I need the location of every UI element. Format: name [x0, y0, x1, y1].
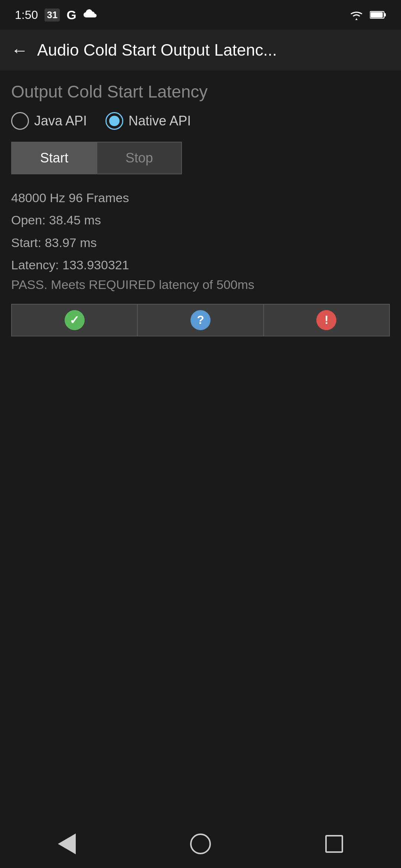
battery-icon [370, 10, 386, 20]
status-right [349, 9, 386, 20]
buttons-row: Start Stop [11, 142, 390, 174]
info-icon-button[interactable]: ? [138, 304, 264, 336]
wifi-icon [349, 9, 364, 20]
calendar-icon: 31 [45, 9, 60, 22]
radio-java-outer [11, 112, 29, 130]
nav-recent-button[interactable] [319, 829, 349, 859]
back-button[interactable]: ← [11, 40, 28, 60]
radio-java[interactable]: Java API [11, 112, 87, 130]
start-button[interactable]: Start [11, 142, 97, 174]
radio-group: Java API Native API [11, 112, 390, 130]
radio-native-outer [105, 112, 123, 130]
toolbar-title: Audio Cold Start Output Latenc... [37, 41, 277, 59]
cloud-icon [83, 8, 98, 22]
main-content: Output Cold Start Latency Java API Nativ… [0, 70, 401, 348]
pass-icon-button[interactable]: ✓ [11, 304, 138, 336]
svg-rect-2 [371, 12, 383, 18]
info-question-icon: ? [190, 310, 211, 330]
info-line-4: Latency: 133.930321 [11, 255, 390, 275]
status-left: 1:50 31 G [15, 8, 98, 22]
toolbar: ← Audio Cold Start Output Latenc... [0, 30, 401, 70]
nav-bar [0, 820, 401, 868]
radio-native-label: Native API [128, 113, 191, 129]
radio-native-inner [109, 116, 120, 126]
nav-back-button[interactable] [52, 829, 82, 859]
info-line-3: Start: 83.97 ms [11, 233, 390, 253]
nav-recent-icon [325, 835, 343, 853]
google-icon: G [66, 8, 76, 22]
radio-java-label: Java API [34, 113, 87, 129]
nav-home-icon [190, 834, 211, 854]
stop-button[interactable]: Stop [97, 142, 182, 174]
error-exclamation-icon: ! [316, 310, 336, 330]
nav-home-button[interactable] [186, 829, 215, 859]
icon-buttons-row: ✓ ? ! [11, 304, 390, 336]
pass-line: PASS. Meets REQUIRED latency of 500ms [11, 277, 390, 292]
status-bar: 1:50 31 G [0, 0, 401, 30]
time-display: 1:50 [15, 8, 38, 22]
nav-back-icon [58, 834, 76, 854]
section-title: Output Cold Start Latency [11, 82, 390, 102]
radio-native[interactable]: Native API [105, 112, 191, 130]
svg-rect-1 [384, 13, 386, 16]
error-icon-button[interactable]: ! [264, 304, 390, 336]
info-line-2: Open: 38.45 ms [11, 210, 390, 230]
pass-check-icon: ✓ [65, 310, 85, 330]
info-line-1: 48000 Hz 96 Frames [11, 188, 390, 208]
